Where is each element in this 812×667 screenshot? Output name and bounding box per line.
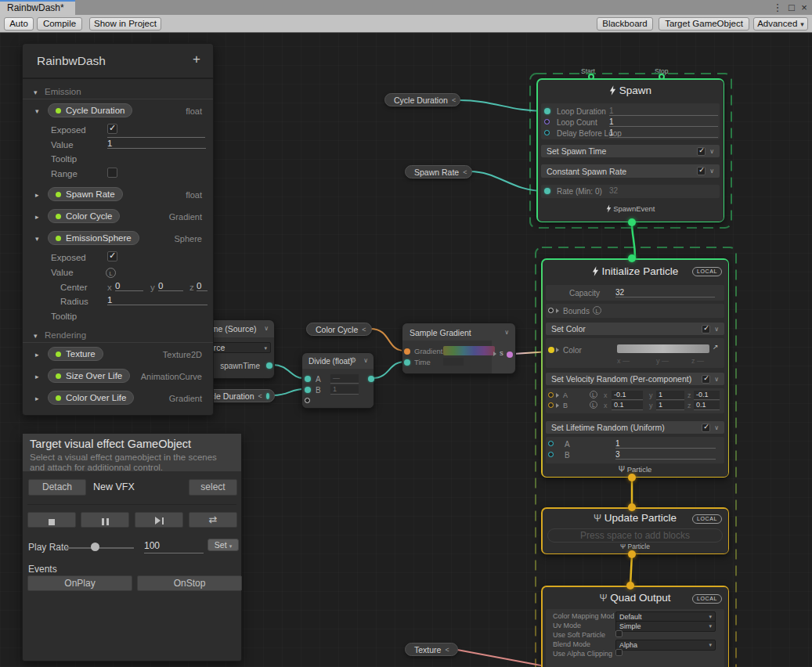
spawn-event-port[interactable] bbox=[628, 218, 636, 226]
compile-button[interactable]: Compile bbox=[37, 17, 82, 31]
onplay-button[interactable]: OnPlay bbox=[27, 575, 132, 591]
initialize-output-port[interactable] bbox=[628, 474, 636, 481]
block-enabled-checkbox[interactable] bbox=[702, 424, 710, 432]
bounds-port[interactable] bbox=[548, 308, 554, 313]
gradient-preview[interactable] bbox=[443, 346, 495, 355]
block-enabled-checkbox[interactable] bbox=[697, 147, 706, 156]
velocity-a-z[interactable]: -0.1 bbox=[694, 391, 720, 400]
chevron-down-icon[interactable]: ∨ bbox=[714, 376, 719, 383]
chevron-down-icon[interactable]: ∨ bbox=[264, 325, 269, 332]
chevron-down-icon[interactable]: ▾ bbox=[35, 235, 39, 243]
local-space-icon[interactable]: L bbox=[106, 268, 116, 278]
set-lifetime-random-block[interactable]: Set Lifetime Random (Uniform) ∨ bbox=[546, 421, 724, 434]
divide-output-port[interactable] bbox=[368, 376, 374, 382]
soft-particle-checkbox[interactable] bbox=[615, 630, 623, 637]
radius-field[interactable]: 1 bbox=[107, 295, 208, 305]
play-rate-slider-thumb[interactable] bbox=[91, 543, 99, 551]
spawn-start-port[interactable] bbox=[588, 74, 594, 80]
chevron-right-icon[interactable]: ▸ bbox=[35, 191, 39, 199]
lifetime-b-value[interactable]: 3 bbox=[615, 450, 716, 460]
chevron-right-icon[interactable]: ▸ bbox=[35, 351, 39, 359]
sample-output-port[interactable] bbox=[507, 352, 513, 358]
divide-a-value[interactable]: — bbox=[330, 374, 359, 384]
chevron-down-icon[interactable]: ▾ bbox=[34, 88, 38, 96]
set-rate-dropdown[interactable]: Set bbox=[208, 539, 239, 551]
chevron-down-icon[interactable]: ∨ bbox=[504, 329, 509, 336]
param-cycle-duration[interactable]: Cycle Duration bbox=[48, 103, 132, 117]
select-button[interactable]: select bbox=[189, 479, 237, 496]
collapse-icon[interactable]: < bbox=[452, 96, 456, 104]
chevron-down-icon[interactable]: ∨ bbox=[709, 168, 714, 175]
show-in-project-button[interactable]: Show in Project bbox=[89, 17, 161, 31]
velocity-a-y[interactable]: 1 bbox=[656, 391, 684, 400]
add-parameter-button[interactable]: + bbox=[189, 52, 204, 67]
spawn-stop-port[interactable] bbox=[659, 74, 665, 80]
blend-mode-dropdown[interactable]: Alpha bbox=[615, 640, 716, 651]
chevron-down-icon[interactable]: ∨ bbox=[714, 424, 719, 431]
loop-count-port[interactable] bbox=[544, 119, 550, 124]
quad-input-port[interactable] bbox=[626, 582, 634, 589]
local-space-icon[interactable]: L bbox=[593, 306, 601, 315]
param-texture[interactable]: Texture bbox=[48, 347, 103, 361]
document-tab[interactable]: RainbwDash* bbox=[0, 0, 75, 15]
divide-add-operand-port[interactable] bbox=[305, 398, 310, 403]
divide-node[interactable]: Divide (float) ⚙ ∨ A — B 1 bbox=[301, 352, 374, 409]
window-menu-icon[interactable]: ⋮ bbox=[771, 1, 784, 14]
local-space-icon[interactable]: L bbox=[590, 391, 597, 398]
loop-count-value[interactable]: 1 bbox=[609, 117, 718, 127]
rate-port[interactable] bbox=[544, 188, 550, 194]
update-input-port[interactable] bbox=[628, 503, 636, 511]
pause-button[interactable] bbox=[81, 512, 129, 528]
restart-button[interactable]: ⇄ bbox=[189, 512, 237, 528]
auto-button[interactable]: Auto bbox=[4, 17, 34, 31]
color-field[interactable] bbox=[617, 344, 709, 353]
alpha-clipping-checkbox[interactable] bbox=[615, 649, 623, 656]
param-size-over-life[interactable]: Size Over Life bbox=[48, 369, 130, 383]
divide-a-port[interactable] bbox=[305, 376, 311, 382]
param-node-texture[interactable]: Texture < bbox=[405, 643, 458, 656]
velocity-b-z[interactable]: 0.1 bbox=[694, 401, 720, 410]
update-output-port[interactable] bbox=[628, 550, 636, 558]
stop-button[interactable] bbox=[27, 512, 76, 528]
collapse-icon[interactable]: < bbox=[463, 168, 467, 176]
set-spawn-time-block[interactable]: Set Spawn Time ∨ bbox=[541, 145, 720, 157]
velocity-b-y[interactable]: 1 bbox=[656, 401, 684, 410]
step-button[interactable] bbox=[135, 512, 183, 528]
param-color-cycle[interactable]: Color Cycle bbox=[48, 209, 120, 223]
constant-spawn-rate-block[interactable]: Constant Spawn Rate ∨ bbox=[541, 164, 720, 178]
eyedropper-icon[interactable]: ↗ bbox=[713, 343, 719, 351]
block-enabled-checkbox[interactable] bbox=[702, 325, 710, 334]
add-blocks-placeholder[interactable]: Press space to add blocks bbox=[547, 528, 723, 543]
uv-mode-dropdown[interactable]: Simple bbox=[615, 621, 716, 632]
initialize-input-port[interactable] bbox=[628, 254, 636, 262]
divide-b-value[interactable]: 1 bbox=[330, 385, 359, 395]
block-enabled-checkbox[interactable] bbox=[697, 167, 706, 175]
range-checkbox[interactable] bbox=[107, 168, 117, 178]
expand-arrow-icon[interactable] bbox=[556, 403, 559, 408]
value-field[interactable]: 1 bbox=[107, 139, 206, 149]
quad-output-node[interactable]: Ψ Quad Output LOCAL Color Mapping Mode D… bbox=[541, 586, 729, 667]
velocity-b-x[interactable]: 0.1 bbox=[612, 401, 643, 410]
param-node-spawn-rate[interactable]: Spawn Rate < bbox=[405, 165, 472, 178]
param-emission-sphere[interactable]: EmissionSphere bbox=[48, 231, 139, 245]
velocity-a-port[interactable] bbox=[548, 392, 554, 398]
delay-before-loop-value[interactable]: 1 bbox=[609, 128, 718, 138]
advanced-dropdown[interactable]: Advanced bbox=[753, 17, 808, 31]
chevron-right-icon[interactable]: ▸ bbox=[35, 395, 39, 402]
collapse-icon[interactable]: < bbox=[258, 392, 262, 400]
chevron-down-icon[interactable]: ▾ bbox=[35, 107, 39, 115]
lifetime-b-port[interactable] bbox=[548, 452, 554, 457]
maximize-icon[interactable]: □ bbox=[785, 1, 798, 14]
velocity-a-x[interactable]: -0.1 bbox=[612, 391, 643, 400]
play-rate-slider[interactable] bbox=[65, 547, 134, 549]
exposed-checkbox[interactable] bbox=[107, 251, 117, 261]
lifetime-a-port[interactable] bbox=[548, 441, 554, 446]
param-node-color-cycle[interactable]: Color Cycle < bbox=[306, 323, 372, 336]
time-input-port[interactable] bbox=[404, 359, 410, 366]
spawn-context-node[interactable]: Spawn Loop Duration 1 Loop Count 1 Delay… bbox=[536, 78, 724, 222]
local-space-icon[interactable]: L bbox=[590, 401, 597, 409]
loop-duration-port[interactable] bbox=[544, 108, 550, 114]
gradient-input-port[interactable] bbox=[404, 348, 410, 355]
collapse-icon[interactable]: < bbox=[445, 646, 449, 654]
center-x-field[interactable]: 0 bbox=[115, 281, 143, 291]
